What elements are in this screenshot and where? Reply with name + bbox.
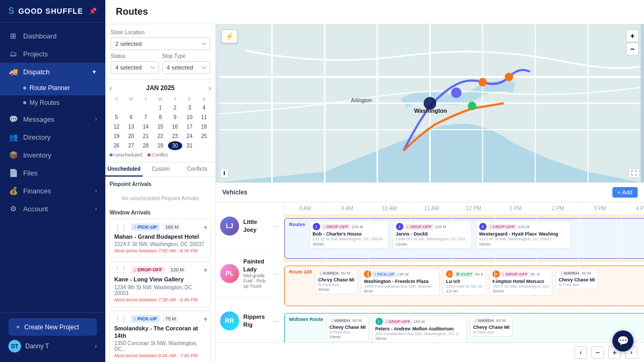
cal-day-5[interactable]: 5 [110, 113, 124, 122]
stop-type-label: Stop Type [162, 53, 211, 59]
chat-button[interactable]: 💬 [612, 330, 633, 351]
avatar: DT [8, 340, 21, 353]
pin-icon[interactable]: 📌 [89, 7, 97, 15]
sidebar-item-messages[interactable]: 💬 Messages › [0, 110, 105, 128]
tab-unscheduled[interactable]: Unscheduled [105, 162, 143, 177]
cal-day-20[interactable]: 20 [124, 132, 138, 141]
page-prev-button[interactable]: ‹ [574, 346, 587, 359]
cal-day-29[interactable]: 29 [153, 141, 167, 150]
vehicle-row: RR Rippers Rig ··· [216, 297, 284, 343]
cal-day-11[interactable]: 11 [197, 113, 211, 122]
cal-day-31[interactable]: 31 [183, 141, 197, 150]
map-zoom-out-button[interactable]: − [626, 43, 639, 55]
cal-day-16[interactable]: 16 [168, 122, 182, 131]
user-chevron-icon: › [95, 343, 97, 350]
schedule-scroll[interactable]: LJ Little Joey ··· PL [216, 202, 644, 343]
pagination-row: ‹ − + › [216, 343, 644, 362]
user-row[interactable]: DT Danny T › [8, 336, 97, 357]
sidebar-item-inventory[interactable]: 📦 Inventory [0, 146, 105, 164]
cal-day-24[interactable]: 24 [183, 132, 197, 141]
main: Routes Store Location 2 selected Status … [105, 0, 644, 362]
svg-text:Washington: Washington [414, 107, 448, 114]
cal-day-18[interactable]: 18 [197, 122, 211, 131]
cal-day-27[interactable]: 27 [124, 141, 138, 150]
map-zoom-in-button[interactable]: + [626, 30, 639, 42]
cal-day-empty1 [110, 103, 124, 112]
cal-day-13[interactable]: 13 [124, 122, 138, 131]
cal-day-25[interactable]: 25 [197, 132, 211, 141]
cal-day-26[interactable]: 26 [110, 141, 124, 150]
cal-day-23[interactable]: 23 [168, 132, 182, 141]
cal-day-7[interactable]: 7 [138, 113, 153, 122]
cal-day-3[interactable]: 3 [183, 103, 197, 112]
sidebar-item-directory[interactable]: 👥 Directory [0, 128, 105, 146]
vehicle-more-icon[interactable]: ··· [273, 317, 280, 325]
tab-conflicts[interactable]: Conflicts [179, 162, 215, 177]
cal-day-30[interactable]: 30 [168, 141, 182, 150]
calendar-prev-button[interactable]: ‹ [110, 84, 112, 92]
vehicle-more-icon[interactable]: ··· [273, 222, 280, 230]
expand-button[interactable]: ▾ [204, 315, 207, 323]
map-info-button[interactable]: ℹ [220, 168, 229, 178]
account-icon: ⚙ [8, 204, 18, 213]
arrival-address: 1234 9th St NW, Washington, DC 20001 [114, 285, 206, 296]
map-layers-button[interactable]: ⚡ [221, 30, 237, 43]
timeline-cell [495, 262, 537, 309]
stop-type-select[interactable]: 4 selected [162, 61, 211, 74]
timeline-cell [411, 310, 453, 343]
drag-handle-icon[interactable]: ⋮⋮ [114, 266, 127, 273]
arrival-dist-badge: 75 M [163, 315, 179, 322]
sidebar-item-route-planner[interactable]: Route Planner [0, 81, 105, 95]
cal-day-4[interactable]: 4 [197, 103, 211, 112]
drag-handle-icon[interactable]: ⋮⋮ [114, 223, 127, 231]
svg-text:Arlington: Arlington [351, 97, 372, 103]
timeline-cell [453, 215, 495, 262]
messages-chevron: › [95, 116, 97, 122]
vehicle-more-icon[interactable]: ··· [273, 269, 280, 278]
cal-day-14[interactable]: 14 [138, 122, 153, 131]
sidebar-item-finances-label: Finances [23, 187, 51, 195]
sidebar-item-account[interactable]: ⚙ Account › [0, 200, 105, 218]
cal-day-8[interactable]: 8 [153, 113, 167, 122]
store-location-select[interactable]: 2 selected [111, 37, 210, 50]
cal-header-s2: S [197, 95, 211, 103]
cal-day-21[interactable]: 21 [138, 132, 153, 141]
drag-handle-icon[interactable]: ⋮⋮ [114, 315, 127, 322]
calendar-next-button[interactable]: › [209, 84, 211, 92]
time-col-9am: 9 AM [326, 202, 369, 214]
expand-button[interactable]: ▾ [204, 223, 207, 231]
cal-day-28[interactable]: 28 [138, 141, 153, 150]
create-new-project-button[interactable]: ＋ Create New Project [8, 318, 97, 336]
dispatch-chevron: ▼ [92, 69, 97, 75]
cal-day-15[interactable]: 15 [153, 122, 167, 131]
sidebar-item-dispatch[interactable]: 🚚 Dispatch ▼ [0, 63, 105, 81]
tab-custom[interactable]: Custom [143, 162, 179, 177]
arrival-dist-badge: 165 M [163, 223, 181, 231]
cal-day-22[interactable]: 22 [153, 132, 167, 141]
sidebar-item-my-routes[interactable]: My Routes [0, 95, 105, 110]
cal-day-6[interactable]: 6 [124, 113, 138, 122]
cal-day-10[interactable]: 10 [183, 113, 197, 122]
page-zoom-out-button[interactable]: − [591, 346, 604, 359]
timeline-cell [621, 215, 644, 262]
cal-day-17[interactable]: 17 [183, 122, 197, 131]
timeline-cell [579, 215, 621, 262]
svg-point-12 [451, 87, 462, 98]
sidebar-item-dashboard[interactable]: ⊞ Dashboard [0, 27, 105, 45]
sidebar-item-projects[interactable]: 🗂 Projects [0, 45, 105, 63]
vehicle-info: Little Joey [243, 218, 269, 233]
map-zoom-controls: + − [626, 30, 639, 55]
cal-day-1[interactable]: 1 [153, 103, 167, 112]
add-vehicle-button[interactable]: + Add [612, 187, 638, 198]
cal-day-9[interactable]: 9 [168, 113, 182, 122]
sidebar-item-finances[interactable]: 💰 Finances › [0, 182, 105, 200]
expand-button[interactable]: ▾ [204, 266, 207, 274]
cal-day-2[interactable]: 2 [168, 103, 182, 112]
map-fullscreen-button[interactable]: ⛶ [628, 168, 640, 178]
arrivals-list: Pinpoint Arrivals No unscheduled Pinpoin… [105, 177, 215, 362]
avatar: PL [220, 264, 239, 283]
cal-day-19[interactable]: 19 [110, 132, 124, 141]
sidebar-item-files[interactable]: 📄 Files [0, 164, 105, 182]
status-select[interactable]: 4 selected [111, 61, 159, 74]
cal-day-12[interactable]: 12 [110, 122, 124, 131]
